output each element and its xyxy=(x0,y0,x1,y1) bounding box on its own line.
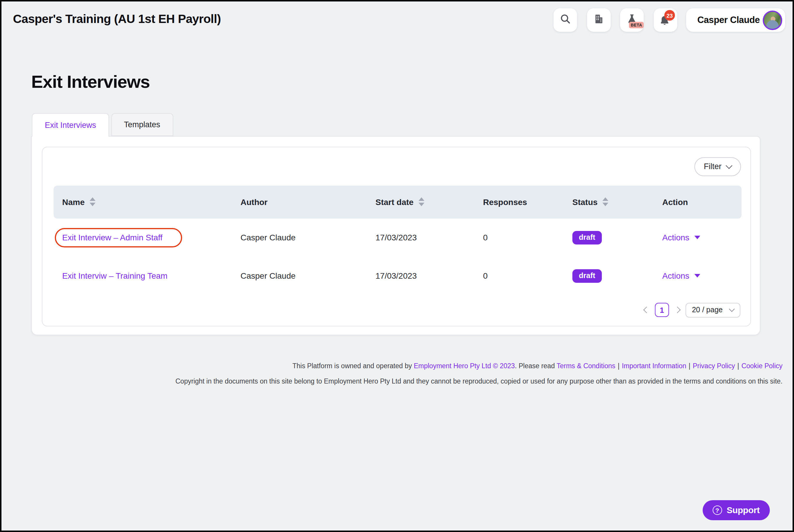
footer-text: This Platform is owned and operated by xyxy=(292,362,414,369)
tab-templates-label: Templates xyxy=(124,120,160,129)
column-label: Start date xyxy=(375,197,413,207)
filter-button[interactable]: Filter xyxy=(695,157,741,176)
column-header-action: Action xyxy=(662,197,741,207)
organisation-button[interactable] xyxy=(587,8,611,32)
previous-page-button[interactable] xyxy=(643,307,650,314)
page-size-select[interactable]: 20 / page xyxy=(685,303,740,317)
tab-panel: Filter Name Author Start date Responses xyxy=(31,136,760,335)
column-header-start-date[interactable]: Start date xyxy=(375,197,483,207)
important-information-link[interactable]: Important Information xyxy=(622,362,686,369)
actions-label: Actions xyxy=(662,271,689,281)
footer-separator: | xyxy=(735,362,741,369)
chevron-down-icon xyxy=(729,306,735,312)
column-label: Responses xyxy=(483,197,527,207)
footer-legal-line: This Platform is owned and operated by E… xyxy=(292,362,782,369)
cookie-policy-link[interactable]: Cookie Policy xyxy=(741,362,782,369)
actions-dropdown[interactable]: Actions xyxy=(662,233,741,242)
org-title: Casper's Training (AU 1st EH Payroll) xyxy=(13,12,221,26)
user-name: Casper Claude xyxy=(697,15,760,25)
table-row: Exit Interviw – Training Team Casper Cla… xyxy=(53,256,741,295)
status-badge: draft xyxy=(572,231,602,244)
app-window: Casper's Training (AU 1st EH Payroll) BE… xyxy=(0,0,794,532)
help-icon: ? xyxy=(713,505,722,515)
status-badge: draft xyxy=(572,269,602,283)
sort-icon[interactable] xyxy=(603,198,608,206)
chevron-down-icon xyxy=(726,162,732,169)
current-page-button[interactable]: 1 xyxy=(655,303,669,317)
responses-cell: 0 xyxy=(483,233,572,242)
terms-conditions-link[interactable]: Terms & Conditions xyxy=(556,362,615,369)
employment-hero-link[interactable]: Employment Hero Pty Ltd © 2023 xyxy=(414,362,515,369)
support-label: Support xyxy=(726,505,759,515)
author-cell: Casper Claude xyxy=(240,233,375,242)
column-label: Action xyxy=(662,197,688,207)
column-label: Name xyxy=(62,197,85,207)
column-label: Status xyxy=(572,197,598,207)
table-header: Name Author Start date Responses Status xyxy=(53,185,741,218)
exit-interview-name-link[interactable]: Exit Interview – Admin Staff xyxy=(62,233,162,242)
tab-exit-interviews-label: Exit Interviews xyxy=(45,121,96,130)
tab-templates[interactable]: Templates xyxy=(111,113,173,136)
user-profile-button[interactable]: Casper Claude xyxy=(686,8,785,32)
caret-down-icon xyxy=(695,236,701,239)
support-button[interactable]: ? Support xyxy=(702,500,770,520)
column-label: Author xyxy=(240,197,267,207)
tab-exit-interviews[interactable]: Exit Interviews xyxy=(32,113,109,137)
privacy-policy-link[interactable]: Privacy Policy xyxy=(693,362,735,369)
start-date-cell: 17/03/2023 xyxy=(375,271,483,281)
column-header-author: Author xyxy=(240,197,375,207)
column-header-status[interactable]: Status xyxy=(572,197,662,207)
sort-icon[interactable] xyxy=(418,198,424,206)
table-row: Exit Interview – Admin Staff Casper Clau… xyxy=(53,218,741,256)
start-date-cell: 17/03/2023 xyxy=(375,233,483,242)
page-title: Exit Interviews xyxy=(31,72,150,92)
footer-text: . Please read xyxy=(515,362,557,369)
caret-down-icon xyxy=(695,274,701,278)
beta-badge: BETA xyxy=(629,22,644,28)
column-header-responses: Responses xyxy=(483,197,572,207)
notification-count-badge: 23 xyxy=(664,10,675,21)
filter-label: Filter xyxy=(704,162,721,171)
building-icon xyxy=(593,13,605,27)
responses-cell: 0 xyxy=(483,271,572,281)
column-header-name[interactable]: Name xyxy=(62,197,240,207)
footer-separator: | xyxy=(615,362,622,369)
notifications-button[interactable]: 23 xyxy=(654,8,677,32)
search-icon xyxy=(559,13,571,27)
footer-separator: | xyxy=(686,362,693,369)
actions-label: Actions xyxy=(662,233,689,242)
table-card: Filter Name Author Start date Responses xyxy=(42,147,751,326)
sort-icon[interactable] xyxy=(89,198,95,206)
pagination: 1 20 / page xyxy=(644,303,740,317)
search-button[interactable] xyxy=(554,8,577,32)
footer-copyright-line: Copyright in the documents on this site … xyxy=(176,378,782,385)
next-page-button[interactable] xyxy=(674,307,681,314)
author-cell: Casper Claude xyxy=(240,271,375,281)
exit-interview-name-link[interactable]: Exit Interviw – Training Team xyxy=(62,271,167,281)
avatar xyxy=(763,10,782,30)
labs-beta-button[interactable]: BETA xyxy=(620,8,644,32)
actions-dropdown[interactable]: Actions xyxy=(662,271,741,281)
page-size-value: 20 / page xyxy=(692,306,723,314)
